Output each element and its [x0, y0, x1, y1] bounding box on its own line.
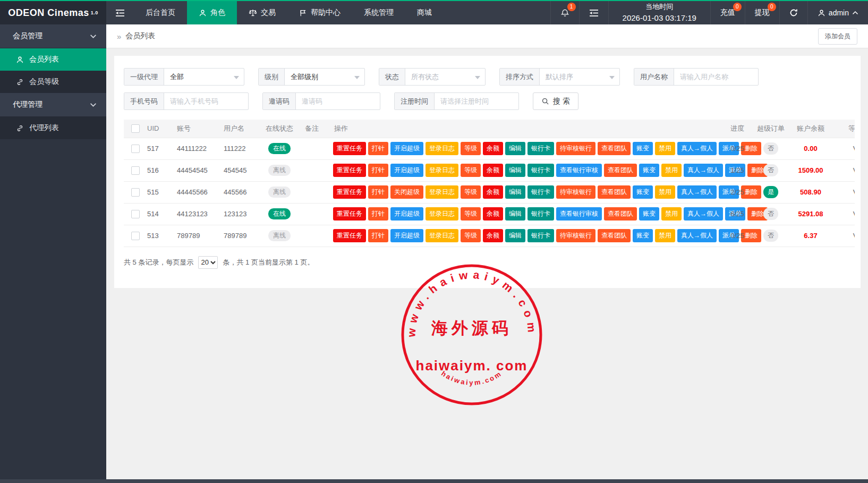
per-page-select[interactable]: 20 — [198, 256, 218, 269]
action-button[interactable]: 银行卡 — [527, 185, 554, 199]
action-button[interactable]: 编辑 — [505, 229, 525, 242]
action-button[interactable]: 查看团队 — [598, 229, 631, 242]
action-button[interactable]: 重置任务 — [333, 229, 366, 242]
username-input[interactable] — [674, 69, 758, 85]
action-button[interactable]: 待审核银行 — [556, 142, 595, 155]
action-button[interactable]: 重置任务 — [333, 142, 366, 155]
action-button[interactable]: 开启超级 — [390, 207, 423, 221]
action-button[interactable]: 等级 — [461, 229, 481, 242]
action-button[interactable]: 查看团队 — [598, 142, 631, 155]
sidebar-group-agent[interactable]: 代理管理 — [0, 93, 106, 117]
action-button[interactable]: 开启超级 — [390, 229, 423, 242]
action-button[interactable]: 账变 — [639, 164, 659, 177]
action-button[interactable]: 账变 — [639, 207, 659, 221]
layout-toggle-icon[interactable] — [579, 1, 608, 24]
nav-item-help[interactable]: 帮助中心 — [287, 1, 352, 24]
nav-item-dashboard[interactable]: 后台首页 — [134, 1, 187, 24]
action-button[interactable]: 打针 — [368, 229, 388, 242]
action-button[interactable]: 等级 — [461, 207, 481, 221]
action-button[interactable]: 打针 — [368, 164, 388, 177]
refresh-button[interactable] — [779, 1, 807, 24]
recharge-button[interactable]: 充值 0 — [710, 1, 745, 24]
nav-item-trade[interactable]: 交易 — [237, 1, 287, 24]
action-button[interactable]: 禁用 — [655, 142, 675, 155]
action-button[interactable]: 禁用 — [661, 164, 682, 177]
action-button[interactable]: 编辑 — [505, 142, 525, 155]
notifications-button[interactable]: 1 — [550, 1, 579, 24]
action-button[interactable]: 银行卡 — [527, 229, 554, 242]
action-button[interactable]: 禁用 — [655, 229, 675, 242]
action-button[interactable]: 登录日志 — [426, 229, 458, 242]
status-select[interactable]: 所有状态 — [405, 69, 485, 85]
action-button[interactable]: 待审核银行 — [556, 185, 595, 199]
user-menu[interactable]: admin — [807, 1, 868, 24]
row-checkbox[interactable] — [131, 166, 140, 175]
action-button[interactable]: 查看银行审核 — [556, 164, 602, 177]
action-button[interactable]: 账变 — [633, 142, 653, 155]
nav-item-roles[interactable]: 角色 — [187, 1, 237, 24]
sidebar-item-agent-list[interactable]: 代理列表 — [0, 117, 106, 139]
action-button[interactable]: 重置任务 — [333, 207, 366, 221]
agent-select[interactable]: 全部 — [164, 69, 244, 85]
select-all-checkbox[interactable] — [131, 124, 140, 133]
action-button[interactable]: 查看团队 — [598, 185, 631, 199]
action-button[interactable]: 余额 — [483, 207, 503, 221]
action-button[interactable]: 编辑 — [505, 185, 525, 199]
row-checkbox[interactable] — [131, 210, 140, 218]
action-button[interactable]: 余额 — [483, 164, 503, 177]
action-button[interactable]: 真人→假人 — [684, 207, 723, 221]
action-button[interactable]: 删除 — [741, 185, 761, 199]
level-select[interactable]: 全部级别 — [285, 69, 364, 85]
action-button[interactable]: 打针 — [368, 142, 388, 155]
bottom-scrollbar[interactable] — [0, 479, 868, 483]
sidebar-item-member-list[interactable]: 会员列表 — [0, 48, 106, 71]
action-button[interactable]: 开启超级 — [390, 164, 423, 177]
nav-item-system[interactable]: 系统管理 — [352, 1, 405, 24]
sidebar-item-member-level[interactable]: 会员等级 — [0, 71, 106, 93]
action-button[interactable]: 打针 — [368, 185, 388, 199]
action-button[interactable]: 删除 — [741, 142, 761, 155]
action-button[interactable]: 账变 — [633, 229, 653, 242]
row-checkbox[interactable] — [131, 145, 140, 153]
nav-item-mall[interactable]: 商城 — [405, 1, 444, 24]
action-button[interactable]: 编辑 — [505, 207, 525, 221]
action-button[interactable]: 银行卡 — [527, 164, 554, 177]
action-button[interactable]: 待审核银行 — [556, 229, 595, 242]
withdraw-button[interactable]: 提现 0 — [745, 1, 779, 24]
action-button[interactable]: 银行卡 — [527, 207, 554, 221]
action-button[interactable]: 真人→假人 — [677, 142, 717, 155]
action-button[interactable]: 重置任务 — [333, 164, 366, 177]
action-button[interactable]: 登录日志 — [426, 207, 458, 221]
action-button[interactable]: 余额 — [483, 229, 503, 242]
add-member-button[interactable]: 添加会员 — [818, 28, 857, 45]
action-button[interactable]: 账变 — [633, 185, 653, 199]
row-checkbox[interactable] — [131, 232, 140, 240]
action-button[interactable]: 打针 — [368, 207, 388, 221]
phone-input[interactable] — [164, 93, 248, 109]
action-button[interactable]: 查看银行审核 — [556, 207, 602, 221]
row-checkbox[interactable] — [131, 188, 140, 197]
sidebar-collapse-icon[interactable] — [106, 1, 134, 24]
action-button[interactable]: 登录日志 — [426, 142, 458, 155]
action-button[interactable]: 编辑 — [505, 164, 525, 177]
action-button[interactable]: 等级 — [461, 185, 481, 199]
sort-select[interactable]: 默认排序 — [540, 69, 619, 85]
invite-code-input[interactable] — [296, 93, 380, 109]
action-button[interactable]: 等级 — [461, 164, 481, 177]
action-button[interactable]: 真人→假人 — [684, 164, 723, 177]
action-button[interactable]: 登录日志 — [426, 164, 458, 177]
action-button[interactable]: 禁用 — [655, 185, 675, 199]
action-button[interactable]: 真人→假人 — [677, 185, 717, 199]
action-button[interactable]: 重置任务 — [333, 185, 366, 199]
sidebar-group-member[interactable]: 会员管理 — [0, 24, 106, 48]
action-button[interactable]: 删除 — [741, 229, 761, 242]
register-time-input[interactable] — [435, 93, 518, 109]
action-button[interactable]: 查看团队 — [604, 164, 637, 177]
action-button[interactable]: 关闭超级 — [390, 185, 423, 199]
action-button[interactable]: 等级 — [461, 142, 481, 155]
action-button[interactable]: 开启超级 — [390, 142, 423, 155]
action-button[interactable]: 登录日志 — [426, 185, 458, 199]
action-button[interactable]: 真人→假人 — [677, 229, 717, 242]
action-button[interactable]: 查看团队 — [604, 207, 637, 221]
action-button[interactable]: 余额 — [483, 185, 503, 199]
